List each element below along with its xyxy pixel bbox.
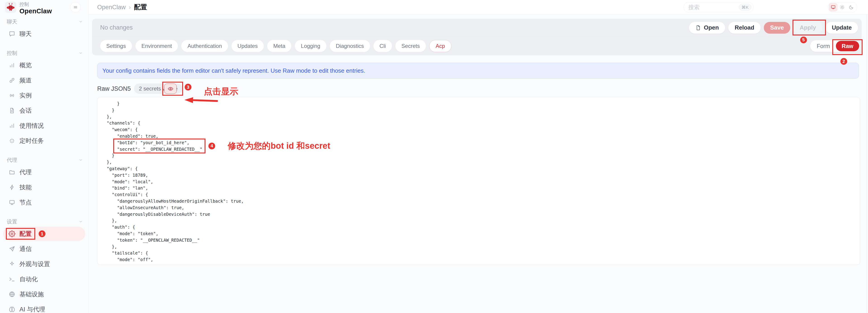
code-line: "mode": "local", <box>101 178 855 185</box>
form-mode-button[interactable]: Form <box>811 41 836 51</box>
moon-icon <box>849 5 854 10</box>
sidebar-item-label: AI 与代理 <box>20 305 45 313</box>
tab-environment[interactable]: Environment <box>135 40 178 52</box>
sidebar-section-text: 聊天 <box>7 18 17 25</box>
theme-dark-button[interactable] <box>847 3 856 11</box>
sidebar-section-label[interactable]: 聊天 <box>7 18 83 26</box>
sidebar-section-text: 设置 <box>7 218 17 225</box>
form-raw-toggle: Form Raw <box>810 40 860 52</box>
code-line: "channels": { <box>101 120 855 126</box>
tab-authentication[interactable]: Authentication <box>181 40 228 52</box>
tab-cli[interactable]: Cli <box>373 40 392 52</box>
code-line: } <box>101 107 855 113</box>
tab-diagnostics[interactable]: Diagnostics <box>330 40 370 52</box>
app-logo <box>5 2 16 13</box>
toolbar-buttons: Open Reload Save Apply Update <box>689 22 858 34</box>
sidebar-item-appearance[interactable]: 外观与设置 <box>3 257 85 271</box>
sidebar-item-label: 自动化 <box>20 275 38 283</box>
sidebar-logo-row: 控制 OpenClaw <box>0 0 88 14</box>
theme-light-button[interactable] <box>838 3 846 11</box>
code-line: "dangerouslyAllowHostHeaderOriginFallbac… <box>101 198 855 204</box>
sidebar-item-messaging[interactable]: 通信 <box>3 242 85 256</box>
sidebar-item-agents[interactable]: 代理 <box>3 165 85 179</box>
bar-chart-icon <box>8 62 16 69</box>
breadcrumb: OpenClaw › 配置 <box>97 0 147 14</box>
sidebar-item-chat[interactable]: 聊天 <box>3 27 85 41</box>
sidebar-item-channels[interactable]: 频道 <box>3 73 85 87</box>
gear-icon <box>8 231 16 237</box>
sidebar-item-inner: 概览 <box>8 61 32 69</box>
apply-button[interactable]: Apply <box>794 22 822 34</box>
sidebar-section-label[interactable]: 代理 <box>7 156 83 164</box>
code-line: } <box>101 152 855 159</box>
sidebar-item-inner: 通信 <box>8 245 32 253</box>
sidebar-collapse-button[interactable] <box>70 2 81 12</box>
config-toolbar-panel: No changes Open Reload Save Apply Update <box>92 19 862 55</box>
sidebar-item-inner: 基础设施 <box>8 290 44 298</box>
sidebar-item-label: 聊天 <box>20 30 32 38</box>
code-line: "botId": "your_bot_id_here", <box>101 139 855 146</box>
hamburger-icon <box>73 5 78 10</box>
breadcrumb-root[interactable]: OpenClaw <box>97 4 126 11</box>
sidebar-item-inner: 外观与设置 <box>8 260 50 268</box>
folder-icon <box>8 169 16 176</box>
terminal-icon <box>8 276 16 282</box>
code-line: "mode": "off", <box>101 256 855 263</box>
sidebar-item-instances[interactable]: 实例 <box>3 89 85 102</box>
sidebar-item-cron[interactable]: 定时任务 <box>3 134 85 148</box>
link-icon <box>8 77 16 84</box>
brand: 控制 OpenClaw <box>20 2 52 14</box>
tab-updates[interactable]: Updates <box>231 40 264 52</box>
broadcast-icon <box>8 92 16 99</box>
sidebar-item-inner: 节点 <box>8 198 32 207</box>
sidebar: 控制 OpenClaw 聊天聊天控制概览频道实例会话使用情况定时任务代理代理技能… <box>0 0 89 313</box>
tab-secrets[interactable]: Secrets <box>395 40 426 52</box>
code-line: "wecom": { <box>101 126 855 133</box>
sidebar-item-skills[interactable]: 技能 <box>3 180 85 194</box>
search-input[interactable]: 搜索 ⌘K <box>684 2 754 12</box>
raw-mode-button[interactable]: Raw <box>836 41 859 51</box>
tab-settings[interactable]: Settings <box>100 40 132 52</box>
tab-meta[interactable]: Meta <box>267 40 291 52</box>
breadcrumb-current: 配置 <box>134 3 147 12</box>
sidebar-section-text: 代理 <box>7 156 17 164</box>
code-line: "bind": "lan", <box>101 185 855 192</box>
sidebar-item-config[interactable]: 配置 <box>3 227 85 241</box>
code-line: "allowInsecureAuth": true, <box>101 204 855 211</box>
reload-button-label: Reload <box>735 24 754 31</box>
code-line: "port": 18789, <box>101 172 855 178</box>
sidebar-item-nodes[interactable]: 节点 <box>3 196 85 209</box>
lightning-icon <box>8 184 16 191</box>
sidebar-item-inner: 代理 <box>8 168 32 176</box>
toggle-secrets-button[interactable] <box>164 83 177 94</box>
update-button[interactable]: Update <box>826 22 858 34</box>
sidebar-item-overview[interactable]: 概览 <box>3 58 85 72</box>
tab-acp[interactable]: Acp <box>429 40 451 52</box>
sidebar-item-inner: 配置 <box>8 230 32 238</box>
sidebar-item-infrastructure[interactable]: 基础设施 <box>3 287 85 301</box>
file-icon <box>695 25 701 31</box>
reload-button[interactable]: Reload <box>728 22 761 34</box>
raw-json-editor[interactable]: } } }, "channels": { "wecom": { "enabled… <box>97 97 860 265</box>
sidebar-item-usage[interactable]: 使用情况 <box>3 119 85 133</box>
search-shortcut-badge: ⌘K <box>739 4 751 11</box>
sidebar-section-label[interactable]: 设置 <box>7 217 83 226</box>
sidebar-section-label[interactable]: 控制 <box>7 49 83 57</box>
code-line: "gateway": { <box>101 165 855 172</box>
save-button[interactable]: Save <box>764 22 790 34</box>
update-button-label: Update <box>832 24 852 31</box>
theme-system-button[interactable] <box>829 3 837 11</box>
eye-icon <box>167 86 174 92</box>
bar-chart-icon <box>8 122 16 129</box>
sidebar-section-text: 控制 <box>7 50 17 57</box>
sidebar-item-sessions[interactable]: 会话 <box>3 104 85 117</box>
sidebar-item-automation[interactable]: 自动化 <box>3 272 85 286</box>
sidebar-item-ai-agents[interactable]: AI 与代理 <box>3 302 85 313</box>
code-line: "enabled": true, <box>101 133 855 139</box>
sidebar-item-inner: 技能 <box>8 183 32 192</box>
code-line: }, <box>101 159 855 165</box>
tab-logging[interactable]: Logging <box>295 40 326 52</box>
code-line: "tailscale": { <box>101 250 855 256</box>
tabs-row: SettingsEnvironmentAuthenticationUpdates… <box>92 37 862 55</box>
open-button[interactable]: Open <box>689 22 725 34</box>
